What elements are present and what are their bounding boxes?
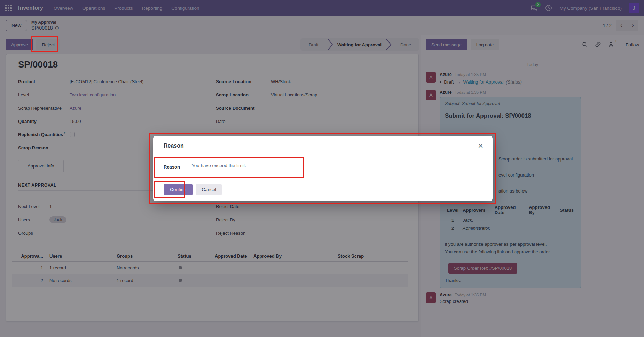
dialog-title: Reason: [164, 143, 184, 149]
reason-field-label: Reason: [164, 164, 190, 170]
reason-input[interactable]: [190, 163, 482, 171]
cancel-button[interactable]: Cancel: [196, 184, 222, 195]
reason-dialog: Reason ✕ Reason Confirm Cancel: [153, 136, 493, 201]
confirm-button[interactable]: Confirm: [164, 184, 193, 195]
close-icon[interactable]: ✕: [478, 142, 484, 149]
screen: Inventory Overview Operations Products R…: [0, 0, 644, 337]
